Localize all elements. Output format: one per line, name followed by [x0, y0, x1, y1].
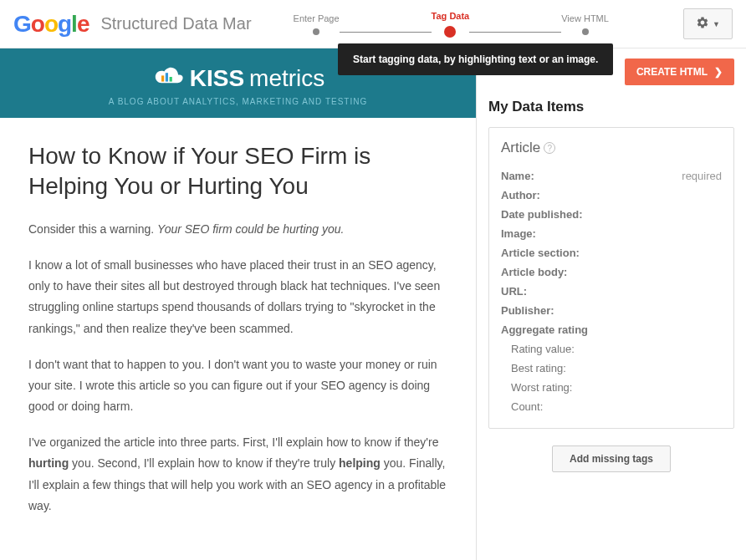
step-dot-icon [444, 26, 456, 38]
step-connector [469, 32, 561, 33]
text-bold: hurting [28, 456, 69, 470]
item-type-label: Article [501, 140, 540, 156]
text-span: I've organized the article into three pa… [28, 435, 438, 449]
prop-value: required [682, 170, 722, 182]
step-enter-page[interactable]: Enter Page [294, 13, 340, 35]
add-missing-tags-button[interactable]: Add missing tags [552, 445, 671, 472]
item-properties-box: Article ? Name: required Author: Date pu… [488, 127, 734, 429]
article-paragraph[interactable]: I know a lot of small businesses who hav… [28, 255, 447, 339]
prop-worst-rating[interactable]: Worst rating: [511, 378, 722, 397]
prop-article-body[interactable]: Article body: [501, 262, 722, 282]
main-content: KISSmetrics A BLOG ABOUT ANALYTICS, MARK… [0, 48, 746, 560]
step-dot-icon [582, 28, 589, 35]
prop-label: URL: [501, 285, 527, 298]
prop-label: Aggregate rating [501, 323, 588, 336]
dropdown-caret-icon: ▼ [713, 20, 720, 28]
step-label: Enter Page [294, 13, 340, 23]
step-label: Tag Data [432, 11, 470, 21]
step-connector [340, 32, 432, 33]
google-logo: Google [13, 11, 89, 38]
prop-label: Publisher: [501, 304, 554, 317]
article-paragraph[interactable]: Consider this a warning. Your SEO firm c… [28, 219, 447, 240]
data-items-sidebar: CREATE HTML ❯ My Data Items Article ? Na… [476, 48, 746, 560]
prop-best-rating[interactable]: Best rating: [511, 359, 722, 378]
prop-label: Best rating: [511, 362, 566, 374]
text-span: you. Second, I'll explain how to know if… [69, 456, 339, 470]
logo-text-metrics: metrics [249, 65, 324, 92]
aggregate-rating-subprops: Rating value: Best rating: Worst rating:… [511, 339, 722, 416]
prop-label: Article body: [501, 266, 567, 278]
prop-publisher[interactable]: Publisher: [501, 301, 722, 320]
prop-label: Author: [501, 189, 540, 201]
chevron-right-icon: ❯ [714, 66, 723, 78]
step-dot-icon [313, 28, 319, 35]
prop-label: Article section: [501, 247, 580, 259]
svg-rect-1 [166, 73, 168, 81]
cloud-chart-icon [151, 65, 185, 92]
prop-label: Count: [511, 400, 543, 413]
prop-rating-value[interactable]: Rating value: [511, 339, 722, 359]
page-preview[interactable]: KISSmetrics A BLOG ABOUT ANALYTICS, MARK… [0, 48, 476, 560]
text-span: Consider this a warning. [28, 222, 157, 236]
prop-label: Rating value: [511, 343, 575, 355]
text-bold: helping [339, 456, 381, 470]
progress-stepper: Enter Page Tag Data View HTML [294, 11, 609, 38]
prop-url[interactable]: URL: [501, 282, 722, 301]
prop-name[interactable]: Name: required [501, 166, 722, 186]
step-tag-data[interactable]: Tag Data [432, 11, 470, 38]
article-paragraph[interactable]: I've organized the article into three pa… [28, 432, 447, 517]
text-italic: Your SEO firm could be hurting you. [157, 222, 344, 236]
create-html-button[interactable]: CREATE HTML ❯ [625, 59, 734, 85]
help-icon[interactable]: ? [544, 142, 555, 154]
item-type-header: Article ? [501, 140, 722, 156]
prop-image[interactable]: Image: [501, 224, 722, 243]
svg-rect-2 [169, 77, 171, 82]
prop-label: Name: [501, 170, 534, 182]
prop-aggregate-rating[interactable]: Aggregate rating [501, 320, 722, 339]
step-label: View HTML [561, 13, 609, 23]
prop-label: Date published: [501, 208, 583, 221]
article-body: How to Know if Your SEO Firm is Helping … [0, 118, 476, 555]
settings-button[interactable]: ▼ [683, 8, 733, 39]
product-title: Structured Data Mar [100, 14, 251, 33]
instruction-tooltip: Start tagging data, by highlighting text… [338, 43, 613, 75]
article-title[interactable]: How to Know if Your SEO Firm is Helping … [28, 141, 447, 202]
svg-rect-0 [161, 75, 164, 81]
logo-text-kiss: KISS [190, 65, 244, 92]
blog-tagline: A BLOG ABOUT ANALYTICS, MARKETING AND TE… [0, 97, 476, 106]
prop-article-section[interactable]: Article section: [501, 243, 722, 262]
app-header: Google Structured Data Mar Enter Page Ta… [0, 0, 746, 48]
article-paragraph[interactable]: I don't want that to happen to you. I do… [28, 354, 447, 418]
step-view-html[interactable]: View HTML [561, 13, 609, 35]
prop-date-published[interactable]: Date published: [501, 205, 722, 224]
prop-label: Image: [501, 227, 536, 240]
prop-label: Worst rating: [511, 381, 572, 394]
prop-count[interactable]: Count: [511, 397, 722, 416]
prop-author[interactable]: Author: [501, 186, 722, 205]
button-label: CREATE HTML [636, 66, 708, 78]
gear-icon [696, 16, 709, 32]
sidebar-title: My Data Items [488, 99, 734, 115]
